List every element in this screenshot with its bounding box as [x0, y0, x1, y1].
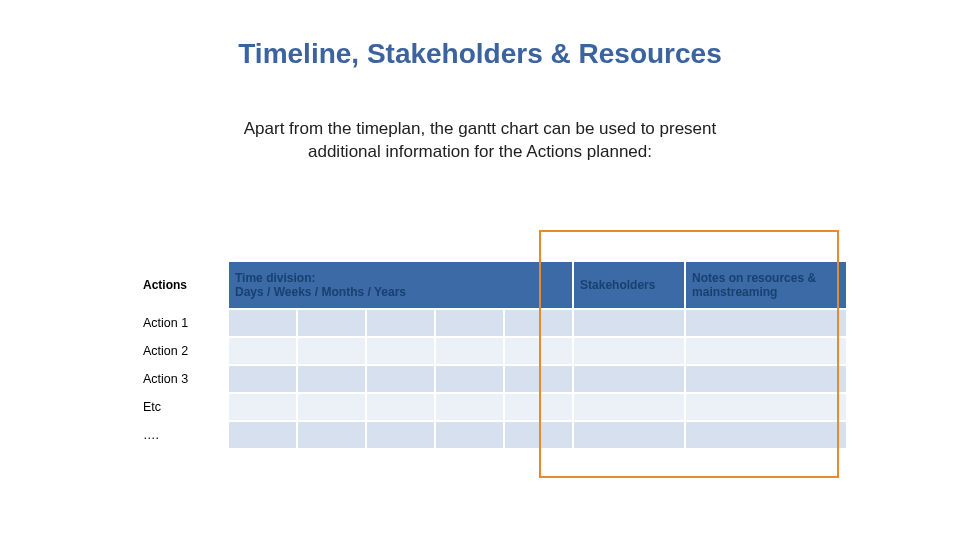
cell: [298, 422, 365, 448]
row-label: Action 3: [137, 366, 227, 392]
gantt-table-container: Actions Time division: Days / Weeks / Mo…: [135, 260, 830, 450]
table-row: Etc: [137, 394, 846, 420]
table-row: Action 3: [137, 366, 846, 392]
cell: [686, 338, 846, 364]
slide-title: Timeline, Stakeholders & Resources: [0, 38, 960, 70]
cell: [229, 338, 296, 364]
table-row: Action 1: [137, 310, 846, 336]
cell: [574, 394, 684, 420]
cell: [505, 338, 572, 364]
cell: [574, 310, 684, 336]
cell: [367, 310, 434, 336]
header-stakeholders: Stakeholders: [574, 262, 684, 308]
cell: [436, 366, 503, 392]
table-row: Action 2: [137, 338, 846, 364]
cell: [367, 338, 434, 364]
cell: [574, 366, 684, 392]
row-label: Action 1: [137, 310, 227, 336]
table-row: ….: [137, 422, 846, 448]
cell: [367, 366, 434, 392]
cell: [686, 422, 846, 448]
cell: [367, 394, 434, 420]
cell: [229, 366, 296, 392]
cell: [298, 338, 365, 364]
row-label: ….: [137, 422, 227, 448]
cell: [367, 422, 434, 448]
cell: [686, 310, 846, 336]
cell: [436, 394, 503, 420]
cell: [229, 422, 296, 448]
row-label: Action 2: [137, 338, 227, 364]
cell: [298, 310, 365, 336]
cell: [298, 394, 365, 420]
cell: [229, 310, 296, 336]
cell: [574, 338, 684, 364]
table-header-row: Actions Time division: Days / Weeks / Mo…: [137, 262, 846, 308]
header-notes: Notes on resources & mainstreaming: [686, 262, 846, 308]
gantt-table: Actions Time division: Days / Weeks / Mo…: [135, 260, 848, 450]
cell: [505, 394, 572, 420]
cell: [574, 422, 684, 448]
cell: [436, 310, 503, 336]
cell: [436, 422, 503, 448]
cell: [505, 310, 572, 336]
cell: [686, 394, 846, 420]
cell: [298, 366, 365, 392]
cell: [505, 366, 572, 392]
header-time-division: Time division: Days / Weeks / Months / Y…: [229, 262, 572, 308]
cell: [229, 394, 296, 420]
header-actions: Actions: [137, 262, 227, 308]
cell: [436, 338, 503, 364]
slide-subtitle: Apart from the timeplan, the gantt chart…: [0, 118, 960, 164]
cell: [686, 366, 846, 392]
row-label: Etc: [137, 394, 227, 420]
cell: [505, 422, 572, 448]
